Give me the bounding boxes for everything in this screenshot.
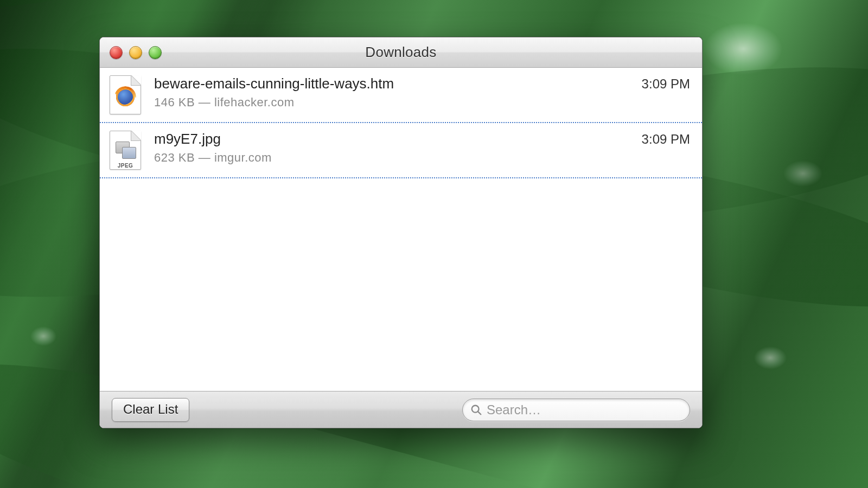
search-icon bbox=[470, 404, 482, 416]
download-info: m9yE7.jpg 623 KB — imgur.com bbox=[154, 131, 629, 165]
clear-list-button[interactable]: Clear List bbox=[112, 398, 189, 422]
download-time: 3:09 PM bbox=[642, 131, 690, 147]
window-controls bbox=[100, 46, 162, 59]
download-filename: m9yE7.jpg bbox=[154, 131, 629, 147]
download-time: 3:09 PM bbox=[642, 75, 690, 92]
minimize-button[interactable] bbox=[129, 46, 142, 59]
search-field[interactable] bbox=[462, 399, 690, 421]
close-button[interactable] bbox=[110, 46, 123, 59]
download-row[interactable]: beware-emails-cunning-little-ways.htm 14… bbox=[100, 68, 702, 123]
download-meta: 146 KB — lifehacker.com bbox=[154, 95, 629, 110]
zoom-button[interactable] bbox=[149, 46, 162, 59]
svg-line-1 bbox=[478, 411, 481, 414]
download-filename: beware-emails-cunning-little-ways.htm bbox=[154, 75, 629, 92]
footer-toolbar: Clear List bbox=[100, 391, 702, 428]
titlebar[interactable]: Downloads bbox=[100, 37, 702, 68]
jpeg-badge: JPEG bbox=[110, 163, 141, 169]
search-input[interactable] bbox=[487, 402, 682, 418]
window-title: Downloads bbox=[100, 44, 702, 61]
firefox-html-file-icon bbox=[110, 75, 141, 114]
download-info: beware-emails-cunning-little-ways.htm 14… bbox=[154, 75, 629, 110]
download-meta: 623 KB — imgur.com bbox=[154, 151, 629, 165]
download-list: beware-emails-cunning-little-ways.htm 14… bbox=[100, 68, 702, 391]
jpeg-file-icon: JPEG bbox=[110, 131, 141, 170]
download-row[interactable]: JPEG m9yE7.jpg 623 KB — imgur.com 3:09 P… bbox=[100, 122, 702, 178]
downloads-window: Downloads beware-emails-cunning-little-w… bbox=[99, 37, 703, 428]
